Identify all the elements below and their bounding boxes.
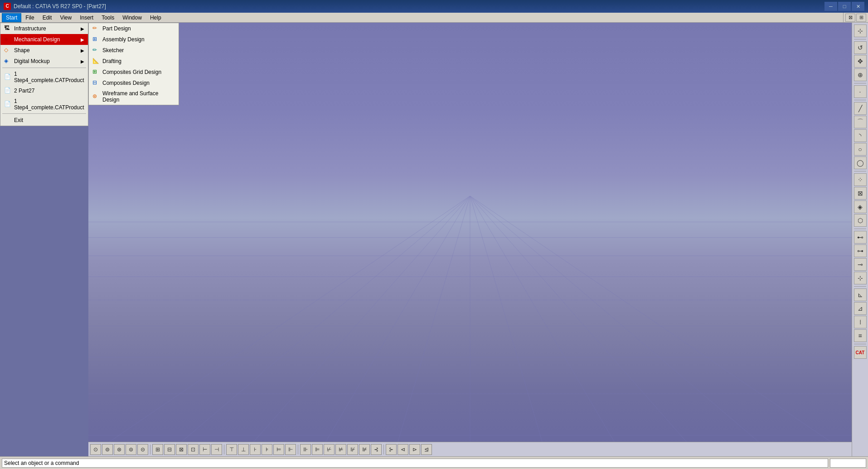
sketcher-label: Sketcher — [102, 47, 124, 54]
menu-item-recent-3[interactable]: 📄 1 Step4_complete.CATProduct — [0, 96, 88, 112]
menu-item-exit[interactable]: Exit — [0, 115, 88, 126]
infrastructure-label: Infrastructure — [14, 25, 46, 32]
menu-file[interactable]: File — [21, 13, 38, 22]
rt-view4-btn[interactable]: ⊹ — [854, 272, 867, 284]
rt-sep-4 — [854, 171, 867, 171]
submenu-part-design[interactable]: ✏ Part Design — [89, 23, 179, 34]
bt-btn-17[interactable]: ⊩ — [285, 444, 296, 455]
rt-surface-btn[interactable]: ◈ — [854, 200, 867, 213]
rt-grid2-btn[interactable]: ⁞ — [854, 316, 867, 328]
bt-btn-26[interactable]: ⊲ — [398, 444, 408, 455]
menu-item-digital-mockup[interactable]: ◈ Digital Mockup ▶ — [0, 56, 88, 67]
maximize-button[interactable]: □ — [838, 2, 851, 11]
bt-btn-20[interactable]: ⊬ — [324, 444, 335, 455]
rt-mesh-btn[interactable]: ⊠ — [854, 187, 867, 200]
rt-view3-btn[interactable]: ⊸ — [854, 258, 867, 271]
menu-item-recent-1[interactable]: 📄 1 Step4_complete.CATProduct — [0, 69, 88, 85]
close-button[interactable]: ✕ — [852, 2, 864, 11]
submenu-composites-grid[interactable]: ⊞ Composites Grid Design — [89, 67, 179, 78]
minimize-button[interactable]: ─ — [824, 2, 837, 11]
bt-btn-6[interactable]: ⊞ — [152, 444, 163, 455]
app-icon: C — [4, 3, 11, 10]
submenu-drafting[interactable]: 📐 Drafting — [89, 56, 179, 67]
bt-sep-1 — [150, 445, 150, 454]
bt-btn-15[interactable]: ⊧ — [262, 444, 272, 455]
rt-pan-btn[interactable]: ✥ — [854, 55, 867, 68]
bt-btn-16[interactable]: ⊨ — [273, 444, 284, 455]
bt-btn-3[interactable]: ⊛ — [114, 444, 125, 455]
bt-btn-23[interactable]: ⊯ — [359, 444, 370, 455]
bt-btn-9[interactable]: ⊡ — [188, 444, 199, 455]
submenu-composites-design[interactable]: ⊟ Composites Design — [89, 78, 179, 88]
titlebar: C Default : CATIA V5 R27 SP0 - [Part27] … — [0, 0, 868, 13]
bt-btn-12[interactable]: ⊤ — [226, 444, 237, 455]
bt-btn-11[interactable]: ⊣ — [211, 444, 222, 455]
submenu-wireframe-surface[interactable]: ⊛ Wireframe and Surface Design — [89, 88, 179, 105]
assembly-design-icon: ⊞ — [92, 36, 100, 43]
bt-btn-1[interactable]: ⊙ — [90, 444, 101, 455]
menu-tools[interactable]: Tools — [97, 13, 118, 22]
menu-item-recent-2[interactable]: 📄 2 Part27 — [0, 85, 88, 96]
drafting-label: Drafting — [102, 58, 121, 64]
rt-select-btn[interactable]: ⊹ — [854, 24, 867, 37]
bt-btn-27[interactable]: ⊳ — [409, 444, 420, 455]
bt-sep-2 — [224, 445, 224, 454]
bt-btn-19[interactable]: ⊫ — [312, 444, 323, 455]
rt-zoom-btn[interactable]: ⊕ — [854, 68, 867, 81]
rt-dot-btn[interactable]: · — [854, 85, 867, 98]
bt-btn-21[interactable]: ⊭ — [335, 444, 346, 455]
menu-edit[interactable]: Edit — [39, 13, 56, 22]
bt-btn-13[interactable]: ⊥ — [238, 444, 249, 455]
rt-ellipse-btn[interactable]: ◯ — [854, 156, 867, 169]
menu-item-mechanical-design[interactable]: ◆ Mechanical Design ▶ — [0, 34, 88, 45]
window-title: Default : CATIA V5 R27 SP0 - [Part27] — [14, 3, 824, 10]
bt-btn-24[interactable]: ⊰ — [371, 444, 382, 455]
submenu-sketcher[interactable]: ✏ Sketcher — [89, 45, 179, 56]
bt-btn-5[interactable]: ⊝ — [137, 444, 148, 455]
menu-start[interactable]: Start — [2, 13, 21, 22]
topright-btn-1[interactable]: ⊠ — [845, 14, 855, 22]
rt-rotate-btn[interactable]: ↺ — [854, 41, 867, 54]
rt-arc-btn[interactable]: ◝ — [854, 129, 867, 142]
rt-curve-btn[interactable]: ⌒ — [854, 116, 867, 128]
recent-2-icon: 📄 — [4, 87, 11, 94]
rt-analysis-btn[interactable]: ⊾ — [854, 288, 867, 301]
bt-btn-25[interactable]: ⊱ — [386, 444, 397, 455]
rt-view1-btn[interactable]: ⊷ — [854, 231, 867, 244]
statusbar: Select an object or a command — [0, 456, 868, 469]
menu-separator-1 — [2, 68, 86, 68]
shape-arrow: ▶ — [81, 48, 84, 53]
rt-circle-btn[interactable]: ○ — [854, 143, 867, 156]
menu-insert[interactable]: Insert — [76, 13, 97, 22]
menu-item-shape[interactable]: ◇ Shape ▶ — [0, 45, 88, 56]
menu-window[interactable]: Window — [118, 13, 146, 22]
bt-sep-4 — [383, 445, 384, 454]
menu-item-infrastructure[interactable]: 🏗 Infrastructure ▶ — [0, 23, 88, 34]
start-menu-dropdown: 🏗 Infrastructure ▶ ◆ Mechanical Design ▶… — [0, 23, 88, 126]
bt-btn-10[interactable]: ⊢ — [199, 444, 210, 455]
submenu-assembly-design[interactable]: ⊞ Assembly Design — [89, 34, 179, 45]
bt-btn-7[interactable]: ⊟ — [164, 444, 175, 455]
bt-btn-4[interactable]: ⊜ — [126, 444, 136, 455]
bt-btn-18[interactable]: ⊪ — [300, 444, 311, 455]
bt-btn-8[interactable]: ⊠ — [176, 444, 187, 455]
menu-view[interactable]: View — [56, 13, 76, 22]
exit-label: Exit — [14, 117, 23, 123]
rt-measure-btn[interactable]: ⊿ — [854, 302, 867, 315]
menu-help[interactable]: Help — [146, 13, 165, 22]
rt-solid-btn[interactable]: ⬡ — [854, 214, 867, 227]
assembly-design-label: Assembly Design — [102, 36, 145, 43]
rt-align-btn[interactable]: ≡ — [854, 329, 867, 342]
rt-point-cloud-btn[interactable]: ⁘ — [854, 173, 867, 186]
rt-view2-btn[interactable]: ⊶ — [854, 244, 867, 257]
rt-line-btn[interactable]: ╱ — [854, 102, 867, 115]
shape-label: Shape — [14, 47, 30, 54]
bt-btn-2[interactable]: ⊚ — [102, 444, 113, 455]
topright-btn-2[interactable]: ⊞ — [856, 14, 866, 22]
shape-icon: ◇ — [4, 47, 11, 54]
bt-btn-22[interactable]: ⊮ — [347, 444, 358, 455]
bt-btn-28[interactable]: ⊴ — [421, 444, 432, 455]
digital-mockup-icon: ◈ — [4, 58, 11, 65]
rt-sep-3 — [854, 100, 867, 100]
bt-btn-14[interactable]: ⊦ — [250, 444, 261, 455]
